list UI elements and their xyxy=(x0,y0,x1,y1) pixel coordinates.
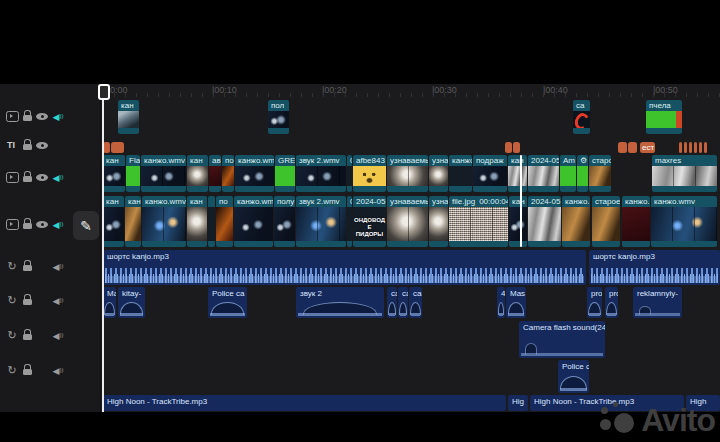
clip-ест[interactable]: ест xyxy=(640,142,655,153)
clip-узна[interactable]: узна xyxy=(429,155,448,192)
clip-bar[interactable] xyxy=(628,142,637,153)
sound-icon[interactable]: ◀ xyxy=(52,329,64,341)
playhead-marker[interactable] xyxy=(98,84,110,100)
clip-proe[interactable]: proe xyxy=(605,287,618,318)
clip-bar[interactable] xyxy=(689,142,692,153)
clip-звук 2[interactable]: звук 2 xyxy=(296,287,384,318)
clip-maxres[interactable]: maxres xyxy=(652,155,717,192)
clip-file.jpg[interactable]: file.jpg00:00:04 xyxy=(449,196,508,247)
clip-2024-05[interactable]: 2024-05ОНДОВОД Е ПИДОРЫ xyxy=(353,196,386,247)
sound-icon[interactable]: ◀ xyxy=(52,364,64,376)
lock-icon[interactable] xyxy=(21,110,33,122)
clip-по[interactable]: по xyxy=(216,196,233,247)
eye-icon[interactable] xyxy=(36,139,48,151)
clip-канжо.[interactable]: канжо. xyxy=(622,196,650,247)
clip-канжо.wmv[interactable]: канжо.wmv xyxy=(141,155,186,192)
clip-кан[interactable]: кан xyxy=(103,155,125,192)
clip-полу[interactable]: полу xyxy=(274,196,295,247)
frame-icon[interactable] xyxy=(6,172,19,183)
clip-кан[interactable]: кан xyxy=(187,196,207,247)
lock-icon[interactable] xyxy=(21,139,33,151)
playhead-line[interactable] xyxy=(102,84,104,412)
clip-кан[interactable]: кан xyxy=(187,155,208,192)
clip-по[interactable]: по xyxy=(222,155,234,192)
clip-afbe843[interactable]: afbe843 xyxy=(353,155,386,192)
clip-шортс kanjo.mp3[interactable]: шортс kanjo.mp3 xyxy=(103,250,586,285)
clip-2024-05[interactable]: 2024-05 xyxy=(528,155,559,192)
clip-reklamnyiy-[interactable]: reklamnyiy- xyxy=(633,287,682,318)
sound-icon[interactable]: ◀ xyxy=(52,260,64,272)
loop-icon[interactable]: ↻ xyxy=(6,294,18,306)
clip-пчела[interactable]: пчела xyxy=(646,100,682,134)
lock-icon[interactable] xyxy=(21,364,33,376)
clip-ca[interactable]: ca xyxy=(398,287,408,318)
clip-bar[interactable] xyxy=(704,142,707,153)
trim-handle[interactable] xyxy=(520,155,522,247)
clip-канжо[interactable]: канжо xyxy=(449,155,472,192)
lock-icon[interactable] xyxy=(21,329,33,341)
clip-car[interactable]: car xyxy=(409,287,422,318)
clip-bar[interactable] xyxy=(699,142,702,153)
clip-узна[interactable]: узна xyxy=(429,196,448,247)
sound-teal-icon[interactable]: ◀ xyxy=(52,218,64,230)
sound-icon[interactable]: ◀ xyxy=(52,294,64,306)
eye-icon[interactable] xyxy=(36,218,48,230)
sound-teal-icon[interactable]: ◀ xyxy=(52,171,64,183)
clip-канжо.wm[interactable]: канжо.wm xyxy=(235,155,274,192)
loop-icon[interactable]: ↻ xyxy=(6,364,18,376)
clip-Flag[interactable]: Flag xyxy=(126,155,140,192)
clip-кан[interactable]: кан xyxy=(103,196,124,247)
clip-bar[interactable] xyxy=(694,142,697,153)
clip-звук 2.wmv[interactable]: звук 2.wmv xyxy=(296,196,346,247)
eye-icon[interactable] xyxy=(36,110,48,122)
clip-старое.[interactable]: старое. xyxy=(589,155,611,192)
loop-icon[interactable]: ↻ xyxy=(6,260,18,272)
clip-Mas[interactable]: Mas xyxy=(506,287,526,318)
clip-bar[interactable] xyxy=(513,142,520,153)
clip-Camera flash sound(240[interactable]: Camera flash sound(240 xyxy=(519,321,605,358)
clip-кан[interactable]: кан xyxy=(508,155,527,192)
lock-icon[interactable] xyxy=(21,294,33,306)
clip-Hig[interactable]: Hig xyxy=(508,395,528,411)
clip-узнаваемы[interactable]: узнаваемы xyxy=(387,155,428,192)
clip-kitay-[interactable]: kitay- xyxy=(118,287,145,318)
lock-icon[interactable] xyxy=(21,260,33,272)
clip-bar[interactable] xyxy=(103,142,110,153)
clip-Police ca[interactable]: Police ca xyxy=(558,360,589,393)
frame-icon[interactable] xyxy=(6,111,19,122)
clip-узнаваемы[interactable]: узнаваемы xyxy=(387,196,428,247)
clip-High Noon - TrackTribe.mp3[interactable]: High Noon - TrackTribe.mp3 xyxy=(103,395,506,411)
clip-ca[interactable]: ca xyxy=(387,287,397,318)
clip-са[interactable]: са xyxy=(573,100,590,134)
sound-teal-icon[interactable]: ◀ xyxy=(52,110,64,122)
clip-канжо.wmv[interactable]: канжо.wmv xyxy=(651,196,717,247)
clip-звук 2.wmv[interactable]: звук 2.wmv xyxy=(296,155,346,192)
clip-шортс kanjo.mp3[interactable]: шортс kanjo.mp3 xyxy=(589,250,720,285)
clip-bar[interactable] xyxy=(111,142,124,153)
frame-icon[interactable] xyxy=(6,219,19,230)
clip-0[interactable]: 0 xyxy=(347,196,352,247)
clip-кан[interactable]: кан xyxy=(118,100,139,134)
clip-старое.[interactable]: старое. xyxy=(592,196,620,247)
clip-кан[interactable]: кан xyxy=(509,196,527,247)
clip-Ма[interactable]: Ма xyxy=(103,287,116,318)
clip-Police ca[interactable]: Police ca xyxy=(208,287,247,318)
clip-bar[interactable] xyxy=(208,196,215,247)
clip-4#[interactable]: 4# xyxy=(497,287,505,318)
clip-пол[interactable]: пол xyxy=(268,100,289,134)
clip-ав[interactable]: ав xyxy=(209,155,221,192)
clip-канжо.[interactable]: канжо. xyxy=(562,196,590,247)
clip-подраж[interactable]: подраж xyxy=(473,155,507,192)
clip-proe[interactable]: proe xyxy=(587,287,602,318)
clip-кан[interactable]: кан xyxy=(125,196,141,247)
ti-icon[interactable]: TI xyxy=(5,139,17,151)
eye-icon[interactable] xyxy=(36,171,48,183)
clip-bar[interactable] xyxy=(679,142,682,153)
clip-bar[interactable] xyxy=(684,142,687,153)
lock-icon[interactable] xyxy=(21,218,33,230)
clip-GREE[interactable]: GREE xyxy=(275,155,295,192)
clip-⚙[interactable]: ⚙ xyxy=(577,155,588,192)
clip-bar[interactable] xyxy=(618,142,627,153)
clip-2024-05[interactable]: 2024-05 xyxy=(528,196,561,247)
clip-0[interactable]: 0 xyxy=(347,155,352,192)
